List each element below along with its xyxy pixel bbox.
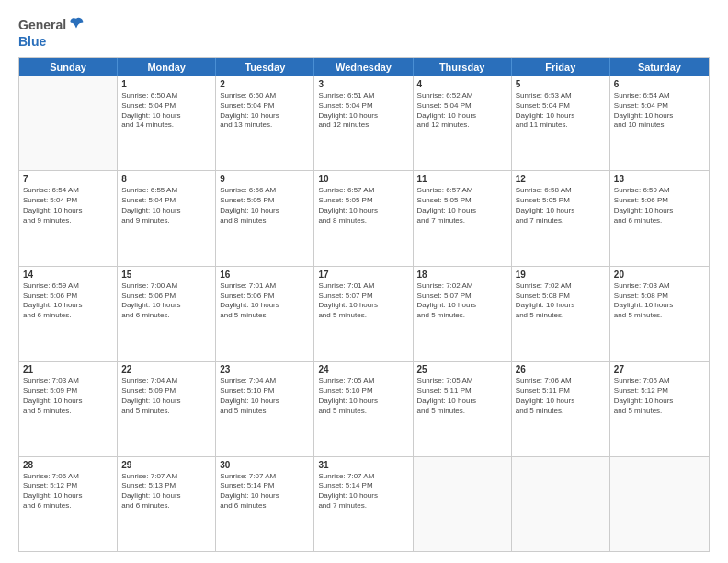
cell-info: Sunrise: 7:07 AM Sunset: 5:13 PM Dayligh… <box>121 472 211 511</box>
calendar-body: 1Sunrise: 6:50 AM Sunset: 5:04 PM Daylig… <box>19 76 709 551</box>
cal-cell <box>512 457 610 551</box>
cell-info: Sunrise: 6:53 AM Sunset: 5:04 PM Dayligh… <box>516 91 606 131</box>
cell-info: Sunrise: 6:59 AM Sunset: 5:06 PM Dayligh… <box>23 282 113 321</box>
day-header-monday: Monday <box>118 58 216 76</box>
day-number: 10 <box>318 174 408 184</box>
day-header-saturday: Saturday <box>610 58 709 76</box>
cell-info: Sunrise: 6:59 AM Sunset: 5:06 PM Dayligh… <box>614 186 705 225</box>
logo-bird-icon <box>68 17 85 33</box>
week-row-1: 1Sunrise: 6:50 AM Sunset: 5:04 PM Daylig… <box>19 76 709 170</box>
logo: General Blue <box>18 17 85 50</box>
cal-cell: 16Sunrise: 7:01 AM Sunset: 5:06 PM Dayli… <box>216 267 314 361</box>
cell-info: Sunrise: 6:51 AM Sunset: 5:04 PM Dayligh… <box>318 91 408 131</box>
cal-cell: 17Sunrise: 7:01 AM Sunset: 5:07 PM Dayli… <box>314 267 413 361</box>
day-number: 25 <box>417 364 507 374</box>
cell-info: Sunrise: 7:04 AM Sunset: 5:10 PM Dayligh… <box>220 376 310 416</box>
cal-cell: 7Sunrise: 6:54 AM Sunset: 5:04 PM Daylig… <box>19 171 118 265</box>
cal-cell: 25Sunrise: 7:05 AM Sunset: 5:11 PM Dayli… <box>414 362 512 455</box>
cell-info: Sunrise: 6:52 AM Sunset: 5:04 PM Dayligh… <box>417 91 507 131</box>
cal-cell: 23Sunrise: 7:04 AM Sunset: 5:10 PM Dayli… <box>216 362 314 455</box>
cell-info: Sunrise: 7:05 AM Sunset: 5:11 PM Dayligh… <box>417 376 507 416</box>
week-row-4: 21Sunrise: 7:03 AM Sunset: 5:09 PM Dayli… <box>19 361 709 455</box>
cell-info: Sunrise: 6:58 AM Sunset: 5:05 PM Dayligh… <box>516 186 606 225</box>
cell-info: Sunrise: 7:07 AM Sunset: 5:14 PM Dayligh… <box>220 472 310 511</box>
cal-cell: 15Sunrise: 7:00 AM Sunset: 5:06 PM Dayli… <box>118 267 216 361</box>
cal-cell: 4Sunrise: 6:52 AM Sunset: 5:04 PM Daylig… <box>414 76 512 170</box>
day-number: 20 <box>614 270 705 280</box>
cell-info: Sunrise: 7:01 AM Sunset: 5:06 PM Dayligh… <box>220 282 310 321</box>
calendar: SundayMondayTuesdayWednesdayThursdayFrid… <box>18 57 710 552</box>
cell-info: Sunrise: 7:06 AM Sunset: 5:12 PM Dayligh… <box>23 472 113 511</box>
cal-cell <box>610 457 709 551</box>
day-header-friday: Friday <box>512 58 610 76</box>
cell-info: Sunrise: 7:02 AM Sunset: 5:08 PM Dayligh… <box>516 282 606 321</box>
day-number: 6 <box>614 79 705 89</box>
day-number: 13 <box>614 174 705 184</box>
cell-info: Sunrise: 7:03 AM Sunset: 5:09 PM Dayligh… <box>23 376 113 416</box>
cal-cell <box>19 76 118 170</box>
cal-cell: 28Sunrise: 7:06 AM Sunset: 5:12 PM Dayli… <box>19 457 118 551</box>
day-number: 30 <box>220 460 310 470</box>
day-number: 12 <box>516 174 606 184</box>
week-row-3: 14Sunrise: 6:59 AM Sunset: 5:06 PM Dayli… <box>19 266 709 361</box>
cal-cell: 18Sunrise: 7:02 AM Sunset: 5:07 PM Dayli… <box>414 267 512 361</box>
cell-info: Sunrise: 7:06 AM Sunset: 5:12 PM Dayligh… <box>614 376 705 416</box>
cal-cell: 29Sunrise: 7:07 AM Sunset: 5:13 PM Dayli… <box>118 457 216 551</box>
day-number: 17 <box>318 270 408 280</box>
cal-cell: 1Sunrise: 6:50 AM Sunset: 5:04 PM Daylig… <box>118 76 216 170</box>
day-number: 15 <box>121 270 211 280</box>
cal-cell: 12Sunrise: 6:58 AM Sunset: 5:05 PM Dayli… <box>512 171 610 265</box>
cell-info: Sunrise: 7:02 AM Sunset: 5:07 PM Dayligh… <box>417 282 507 321</box>
day-header-tuesday: Tuesday <box>216 58 314 76</box>
day-number: 8 <box>121 174 211 184</box>
cal-cell: 11Sunrise: 6:57 AM Sunset: 5:05 PM Dayli… <box>414 171 512 265</box>
cell-info: Sunrise: 6:56 AM Sunset: 5:05 PM Dayligh… <box>220 186 310 225</box>
cal-cell: 5Sunrise: 6:53 AM Sunset: 5:04 PM Daylig… <box>512 76 610 170</box>
header: General Blue <box>18 17 710 50</box>
cell-info: Sunrise: 6:55 AM Sunset: 5:04 PM Dayligh… <box>121 186 211 225</box>
cell-info: Sunrise: 6:50 AM Sunset: 5:04 PM Dayligh… <box>220 91 310 131</box>
day-number: 29 <box>121 460 211 470</box>
day-number: 7 <box>23 174 113 184</box>
cell-info: Sunrise: 7:03 AM Sunset: 5:08 PM Dayligh… <box>614 282 705 321</box>
cell-info: Sunrise: 7:07 AM Sunset: 5:14 PM Dayligh… <box>318 472 408 511</box>
cal-cell: 26Sunrise: 7:06 AM Sunset: 5:11 PM Dayli… <box>512 362 610 455</box>
cell-info: Sunrise: 6:57 AM Sunset: 5:05 PM Dayligh… <box>318 186 408 225</box>
week-row-5: 28Sunrise: 7:06 AM Sunset: 5:12 PM Dayli… <box>19 456 709 551</box>
day-header-thursday: Thursday <box>414 58 512 76</box>
day-number: 4 <box>417 79 507 89</box>
cell-info: Sunrise: 7:05 AM Sunset: 5:10 PM Dayligh… <box>318 376 408 416</box>
cal-cell: 9Sunrise: 6:56 AM Sunset: 5:05 PM Daylig… <box>216 171 314 265</box>
day-number: 1 <box>121 79 211 89</box>
cal-cell: 14Sunrise: 6:59 AM Sunset: 5:06 PM Dayli… <box>19 267 118 361</box>
cell-info: Sunrise: 7:01 AM Sunset: 5:07 PM Dayligh… <box>318 282 408 321</box>
day-number: 26 <box>516 364 606 374</box>
cal-cell: 19Sunrise: 7:02 AM Sunset: 5:08 PM Dayli… <box>512 267 610 361</box>
cell-info: Sunrise: 6:50 AM Sunset: 5:04 PM Dayligh… <box>121 91 211 131</box>
day-number: 9 <box>220 174 310 184</box>
cal-cell: 24Sunrise: 7:05 AM Sunset: 5:10 PM Dayli… <box>314 362 413 455</box>
week-row-2: 7Sunrise: 6:54 AM Sunset: 5:04 PM Daylig… <box>19 170 709 265</box>
day-number: 14 <box>23 270 113 280</box>
day-number: 11 <box>417 174 507 184</box>
calendar-header: SundayMondayTuesdayWednesdayThursdayFrid… <box>19 58 709 76</box>
cal-cell: 20Sunrise: 7:03 AM Sunset: 5:08 PM Dayli… <box>610 267 709 361</box>
cal-cell: 6Sunrise: 6:54 AM Sunset: 5:04 PM Daylig… <box>610 76 709 170</box>
day-number: 5 <box>516 79 606 89</box>
day-number: 31 <box>318 460 408 470</box>
logo-general: General <box>18 17 66 32</box>
cal-cell: 27Sunrise: 7:06 AM Sunset: 5:12 PM Dayli… <box>610 362 709 455</box>
cal-cell: 2Sunrise: 6:50 AM Sunset: 5:04 PM Daylig… <box>216 76 314 170</box>
page: General Blue SundayMondayTuesdayWednesda… <box>0 0 728 563</box>
cal-cell: 8Sunrise: 6:55 AM Sunset: 5:04 PM Daylig… <box>118 171 216 265</box>
day-header-wednesday: Wednesday <box>314 58 413 76</box>
day-number: 24 <box>318 364 408 374</box>
cell-info: Sunrise: 7:00 AM Sunset: 5:06 PM Dayligh… <box>121 282 211 321</box>
day-number: 21 <box>23 364 113 374</box>
cell-info: Sunrise: 6:57 AM Sunset: 5:05 PM Dayligh… <box>417 186 507 225</box>
day-number: 22 <box>121 364 211 374</box>
cal-cell: 3Sunrise: 6:51 AM Sunset: 5:04 PM Daylig… <box>314 76 413 170</box>
cal-cell: 22Sunrise: 7:04 AM Sunset: 5:09 PM Dayli… <box>118 362 216 455</box>
day-number: 2 <box>220 79 310 89</box>
cal-cell: 13Sunrise: 6:59 AM Sunset: 5:06 PM Dayli… <box>610 171 709 265</box>
